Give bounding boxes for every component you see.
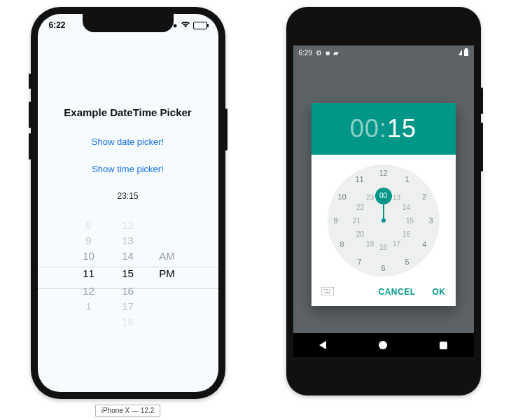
clock-outer-hour[interactable]: 5 (400, 258, 414, 266)
clock-inner-hour[interactable]: 17 (390, 239, 404, 247)
clock-outer-hour[interactable]: 8 (335, 240, 349, 248)
clock-outer-hour[interactable]: 4 (417, 240, 431, 248)
clock-outer-hour[interactable]: 7 (353, 258, 367, 266)
shield-icon: ▰ (333, 49, 339, 57)
hour-wheel[interactable]: 8 9 10 11 12 1 (69, 218, 108, 337)
ios-time-picker-wheel[interactable]: 8 9 10 11 12 1 12 13 14 15 16 (38, 218, 218, 337)
android-nav-bar (293, 333, 474, 357)
gear-icon: ⚙ (316, 49, 322, 57)
clock-outer-hour[interactable]: 3 (424, 216, 438, 225)
time-picker-dialog: 00:15 00 1212345678910111314151617181920… (312, 103, 456, 306)
battery-icon (193, 22, 207, 29)
clock-face[interactable]: 00 1212345678910111314151617181920212223 (328, 164, 440, 276)
svg-rect-3 (329, 289, 330, 290)
clock-outer-hour[interactable]: 12 (377, 169, 391, 177)
pixel-screen: 6:29 ⚙ ■ ▰ 00:15 00 12123456789101113141… (293, 46, 474, 357)
page-title: Example DateTime Picker (38, 106, 218, 118)
svg-rect-2 (326, 289, 328, 290)
clock-outer-hour[interactable]: 6 (377, 264, 391, 272)
signal-icon (458, 50, 462, 55)
ampm-wheel[interactable]: AM PM (148, 218, 187, 337)
header-minute[interactable]: 15 (387, 114, 416, 143)
clock-inner-hour[interactable]: 16 (399, 230, 413, 238)
back-icon[interactable] (319, 341, 326, 349)
iphone-device-frame: 6:22 ●●● Example DateTime Picker Show da… (31, 7, 225, 399)
iphone-screen: 6:22 ●●● Example DateTime Picker Show da… (38, 14, 218, 392)
ios-status-time: 6:22 (49, 20, 66, 30)
android-status-time: 6:29 (299, 49, 312, 57)
recent-icon[interactable] (440, 342, 447, 349)
clock-inner-hour[interactable]: 23 (363, 194, 377, 202)
svg-rect-0 (321, 287, 334, 295)
ok-button[interactable]: OK (433, 287, 446, 297)
show-time-picker-link[interactable]: Show time picker! (38, 164, 218, 174)
clock-center-dot (382, 218, 386, 223)
clock-inner-hour[interactable]: 13 (390, 194, 404, 202)
device-caption: iPhone X — 12.2 (95, 405, 161, 416)
iphone-notch (83, 14, 174, 32)
clock-inner-hour[interactable]: 18 (377, 244, 391, 251)
battery-icon (464, 50, 468, 56)
clock-inner-hour[interactable]: 14 (399, 204, 413, 211)
clock-outer-hour[interactable]: 9 (329, 216, 343, 225)
show-date-picker-link[interactable]: Show date picker! (38, 136, 218, 147)
home-icon[interactable] (379, 341, 387, 349)
time-picker-header: 00:15 (312, 103, 456, 155)
android-status-bar: 6:29 ⚙ ■ ▰ (293, 46, 474, 59)
bookmark-icon: ■ (326, 49, 330, 57)
clock-outer-hour[interactable]: 10 (335, 192, 349, 201)
clock-outer-hour[interactable]: 1 (400, 175, 414, 183)
clock-inner-hour[interactable]: 20 (354, 230, 368, 238)
clock-outer-hour[interactable]: 11 (353, 175, 367, 183)
minute-wheel[interactable]: 12 13 14 15 16 17 18 (108, 218, 148, 337)
svg-rect-1 (323, 289, 325, 290)
cancel-button[interactable]: CANCEL (379, 287, 416, 297)
svg-rect-4 (325, 292, 330, 293)
pixel-device-frame: 6:29 ⚙ ■ ▰ 00:15 00 12123456789101113141… (286, 7, 481, 396)
keyboard-icon[interactable] (321, 286, 334, 298)
header-hour[interactable]: 00 (350, 114, 379, 143)
clock-inner-hour[interactable]: 22 (354, 204, 368, 211)
clock-inner-hour[interactable]: 19 (363, 239, 377, 247)
clock-inner-hour[interactable]: 15 (403, 217, 417, 225)
wifi-icon (181, 20, 190, 30)
selected-time-label: 23:15 (38, 191, 218, 201)
clock-inner-hour[interactable]: 21 (350, 217, 364, 225)
clock-outer-hour[interactable]: 2 (417, 192, 431, 201)
